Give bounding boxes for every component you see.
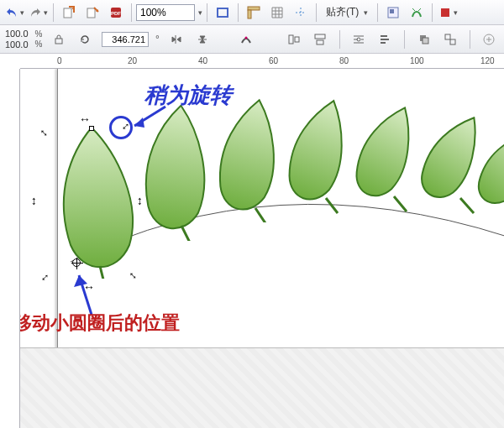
svg-rect-9 — [441, 8, 449, 17]
unit-y: % — [35, 39, 43, 50]
mirror-h-button[interactable] — [166, 29, 186, 50]
svg-rect-18 — [423, 38, 428, 44]
tick: 40 — [198, 56, 207, 65]
svg-rect-15 — [317, 40, 323, 44]
rotation-input[interactable]: 346.721 — [102, 32, 149, 47]
svg-rect-8 — [390, 9, 394, 13]
zoom-value: 100% — [140, 7, 166, 18]
group-icon — [444, 33, 457, 46]
separator — [53, 3, 54, 22]
svg-line-24 — [255, 208, 265, 222]
ruler-vertical[interactable] — [0, 69, 20, 428]
pdf-icon: PDF — [109, 6, 123, 19]
separator — [131, 3, 132, 22]
order-icon — [379, 33, 392, 46]
property-bar: 100.0 100.0 % % 346.721 ° — [0, 25, 504, 54]
redo-icon — [29, 6, 42, 19]
drawing-canvas[interactable]: ↔ ↔ ↔ ↔ ↔ ↔ ↔ ↔ 稍为旋转 移动小圆圈后的位置 — [20, 69, 504, 428]
export-button[interactable] — [81, 3, 103, 23]
export-icon — [86, 6, 99, 19]
lock-ratio-button[interactable] — [49, 29, 68, 50]
guides-icon — [294, 6, 307, 19]
fullscreen-button[interactable] — [212, 3, 234, 23]
main-toolbar: ▾ ▾ PDF 100% ▾ 贴齐(T) ▾ ▾ — [0, 0, 504, 25]
chevron-down-icon: ▾ — [454, 8, 458, 17]
svg-rect-20 — [450, 39, 455, 44]
lock-icon — [52, 33, 66, 46]
to-front-button[interactable] — [414, 29, 433, 50]
separator — [316, 3, 317, 22]
import-button[interactable] — [58, 3, 80, 23]
leaf-shape[interactable] — [474, 117, 504, 222]
pdf-button[interactable]: PDF — [105, 3, 127, 23]
svg-line-23 — [181, 226, 190, 241]
chevron-down-icon[interactable]: ▾ — [198, 8, 202, 17]
guides-button[interactable] — [290, 3, 312, 23]
separator — [377, 3, 378, 22]
group-button[interactable] — [441, 29, 460, 50]
effects-button[interactable] — [406, 3, 428, 23]
svg-rect-5 — [248, 7, 260, 10]
chevron-down-icon: ▾ — [364, 8, 368, 17]
leaf-shape[interactable] — [207, 92, 286, 222]
grid-icon — [270, 6, 284, 19]
align-button-2[interactable] — [310, 29, 329, 50]
snap-label: 贴齐(T) — [326, 5, 359, 19]
fill-button[interactable]: ▾ — [437, 3, 459, 23]
wrap-button[interactable] — [349, 29, 369, 50]
leaf-shape[interactable] — [279, 92, 353, 214]
align-a-icon — [239, 33, 253, 46]
zoom-input[interactable]: 100% — [136, 4, 195, 21]
tick: 120 — [480, 56, 495, 65]
snap-dropdown[interactable]: 贴齐(T) ▾ — [321, 4, 373, 21]
redo-button[interactable]: ▾ — [27, 3, 49, 23]
tick: 60 — [269, 56, 278, 65]
svg-line-26 — [394, 196, 407, 211]
rotation-value: 346.721 — [112, 34, 145, 44]
rotation-reset-button[interactable] — [76, 29, 95, 50]
separator — [404, 30, 405, 49]
rotation-handle[interactable]: ↔ — [28, 196, 41, 207]
ruler-horizontal[interactable]: 0 20 40 60 80 100 120 — [20, 54, 504, 69]
options-button[interactable] — [382, 3, 404, 23]
separator — [432, 3, 433, 22]
svg-line-27 — [460, 198, 474, 213]
order-button[interactable] — [375, 29, 395, 50]
options-icon — [386, 6, 400, 19]
rulers-button[interactable] — [243, 3, 265, 23]
rotation-handle[interactable]: ↔ — [134, 196, 147, 207]
undo-icon — [5, 6, 18, 19]
mirror-v-button[interactable] — [192, 29, 212, 50]
scale-y: 100.0 — [5, 39, 29, 50]
outline-button[interactable] — [236, 29, 255, 50]
leaf-shape[interactable] — [348, 97, 417, 213]
unit-x: % — [35, 29, 43, 39]
leaf-shape[interactable] — [415, 106, 480, 215]
separator — [470, 30, 470, 49]
svg-rect-6 — [248, 10, 251, 18]
separator — [238, 3, 239, 22]
align-c-icon — [313, 33, 327, 46]
unit-readout: % % — [35, 29, 43, 50]
svg-rect-0 — [64, 8, 71, 18]
canvas-area: 0 20 40 60 80 100 120 — [0, 54, 504, 428]
chevron-down-icon: ▾ — [20, 8, 24, 17]
wrap-icon — [352, 33, 365, 46]
degree-label: ° — [155, 34, 160, 45]
add-button[interactable] — [480, 29, 499, 50]
svg-rect-12 — [289, 35, 293, 44]
tick: 20 — [128, 56, 137, 65]
import-icon — [62, 6, 76, 19]
rotation-handle[interactable]: ↔ — [79, 112, 91, 126]
chevron-down-icon: ▾ — [44, 8, 48, 17]
grid-button[interactable] — [266, 3, 288, 23]
fill-icon — [438, 6, 452, 19]
tick: 100 — [410, 56, 424, 65]
undo-button[interactable]: ▾ — [3, 3, 25, 23]
rotation-center[interactable] — [72, 258, 81, 267]
fullscreen-icon — [216, 6, 229, 19]
align-button-1[interactable] — [284, 29, 303, 50]
node-marker[interactable] — [89, 126, 94, 131]
cropped-region — [20, 347, 504, 428]
reload-icon — [78, 33, 92, 46]
